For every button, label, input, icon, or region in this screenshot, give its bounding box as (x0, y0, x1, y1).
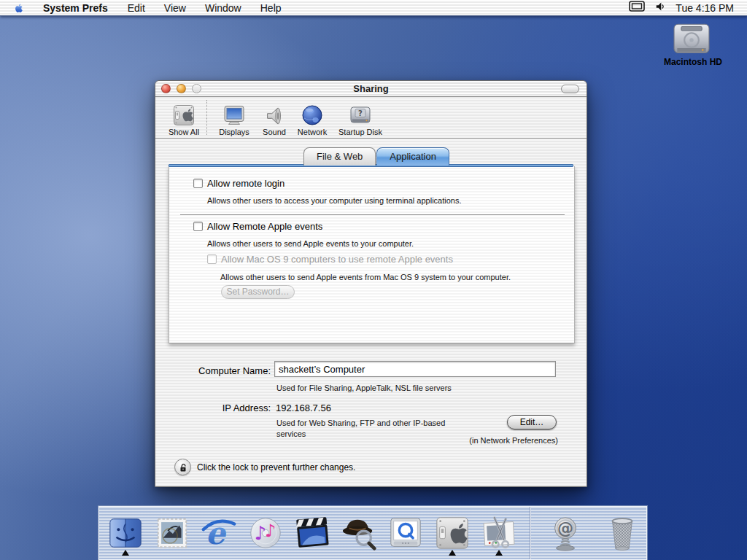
apple-events-desc: Allows other users to send Apple events … (207, 239, 414, 248)
menu-clock[interactable]: Tue 4:16 PM (676, 2, 737, 14)
computer-name-hint: Used for File Sharing, AppleTalk, NSL fi… (276, 384, 452, 392)
dock-itunes-icon[interactable]: ♪ ♪ (247, 512, 285, 554)
dock-quicktime-icon[interactable] (387, 512, 425, 554)
menu-window[interactable]: Window (196, 0, 251, 16)
menu-app-name[interactable]: System Prefs (31, 0, 118, 16)
computer-name-field[interactable] (274, 361, 556, 377)
speaker-small-icon (655, 1, 665, 12)
window-title: Sharing (155, 83, 587, 94)
toolbar-separator (206, 100, 207, 135)
svg-text:♪: ♪ (265, 521, 276, 541)
edit-button[interactable]: Edit… (507, 415, 557, 429)
menu-view[interactable]: View (155, 0, 196, 16)
dock-internet-explorer-icon[interactable]: e (200, 512, 238, 554)
show-all-label: Show All (169, 128, 199, 136)
speaker-icon (263, 105, 285, 127)
dock-finder-icon[interactable] (107, 512, 144, 554)
os9-events-label: Allow Mac OS 9 computers to use remote A… (221, 254, 453, 265)
title-bar[interactable]: Sharing (155, 81, 587, 97)
running-indicator (449, 550, 456, 556)
apple-events-checkbox[interactable] (193, 222, 203, 231)
menu-help[interactable]: Help (251, 0, 291, 16)
dock-grab-icon[interactable] (480, 512, 518, 554)
running-indicator (122, 550, 129, 556)
apple-events-label: Allow Remote Apple events (207, 221, 322, 232)
ip-address-value: 192.168.7.56 (276, 402, 331, 413)
ip-address-label: IP Address: (155, 402, 271, 413)
startup-disk-label: Startup Disk (338, 128, 382, 136)
monitor-icon (629, 1, 645, 12)
globe-icon (301, 104, 324, 127)
tab-strip: File & Web Application (303, 147, 450, 166)
remote-login-row: Allow remote login (193, 178, 285, 189)
displays-menu-extra[interactable] (629, 1, 645, 15)
preferences-toolbar: Show All Displays (155, 97, 587, 139)
apple-logo-icon (13, 2, 24, 14)
remote-login-desc: Allows other users to access your comput… (207, 196, 462, 205)
desktop-background: System Prefs Edit View Window Help Tue 4… (0, 0, 747, 560)
display-icon (222, 104, 246, 127)
dock-system-preferences-icon[interactable] (433, 512, 471, 554)
apple-menu[interactable] (6, 0, 31, 15)
sound-label: Sound (263, 128, 286, 136)
menu-edit[interactable]: Edit (118, 0, 155, 16)
dock-mail-icon[interactable] (153, 512, 191, 554)
lock-button[interactable] (174, 459, 191, 475)
svg-text:?: ? (358, 109, 363, 117)
network-button[interactable]: Network (292, 101, 333, 136)
sound-button[interactable]: Sound (257, 101, 292, 136)
dock: e ♪ ♪ (98, 506, 647, 560)
dock-imovie-icon[interactable] (293, 512, 331, 554)
pane-separator (180, 214, 565, 215)
macintosh-hd-label: Macintosh HD (642, 57, 744, 67)
displays-button[interactable]: Displays (212, 101, 257, 136)
remote-login-checkbox[interactable] (193, 179, 203, 188)
dock-trash-icon[interactable] (603, 512, 641, 554)
lock-icon (178, 462, 188, 472)
menu-bar: System Prefs Edit View Window Help Tue 4… (0, 0, 747, 16)
running-indicator (495, 550, 503, 556)
dock-sherlock-icon[interactable] (340, 512, 378, 554)
network-label: Network (298, 128, 327, 136)
os9-events-row: Allow Mac OS 9 computers to use remote A… (207, 254, 453, 265)
toolbar-toggle-pill[interactable] (561, 85, 579, 93)
computer-name-label: Computer Name: (155, 365, 271, 376)
disk-icon: ? (349, 104, 372, 127)
edit-note: (in Network Preferences) (425, 436, 558, 445)
macintosh-hd-icon[interactable] (668, 22, 715, 60)
os9-events-desc: Allows other users to send Apple events … (220, 273, 511, 281)
sharing-window: Sharing Show All (155, 80, 587, 487)
tab-application[interactable]: Application (376, 147, 449, 166)
hard-drive-icon (670, 22, 713, 57)
set-password-button: Set Password… (221, 285, 295, 299)
show-all-button[interactable]: Show All (163, 101, 205, 136)
startup-disk-button[interactable]: ? Startup Disk (333, 101, 388, 136)
apple-events-row: Allow Remote Apple events (193, 221, 322, 232)
dock-mail-dockling-icon[interactable]: @ (546, 512, 584, 554)
tab-file-and-web[interactable]: File & Web (303, 147, 376, 166)
displays-label: Displays (219, 128, 249, 136)
application-tab-pane: Allow remote login Allows other users to… (169, 166, 575, 343)
show-all-icon (172, 104, 196, 127)
remote-login-label: Allow remote login (207, 178, 285, 189)
volume-menu-extra[interactable] (655, 1, 665, 15)
os9-events-checkbox (207, 254, 217, 264)
svg-text:@: @ (557, 518, 573, 537)
lock-message: Click the lock to prevent further change… (197, 462, 355, 472)
